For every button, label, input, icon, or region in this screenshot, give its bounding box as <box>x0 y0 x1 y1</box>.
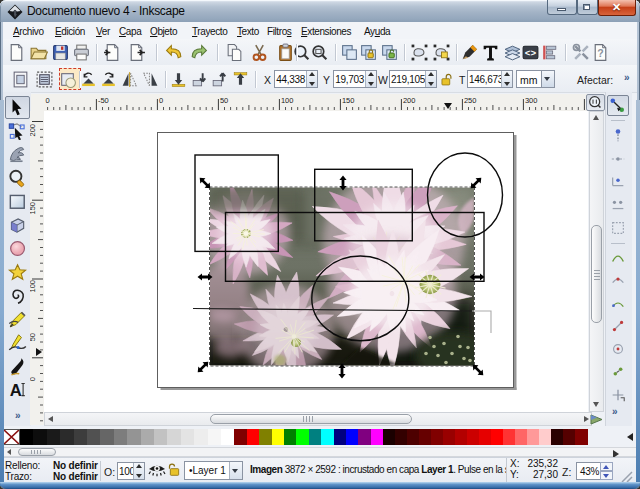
svg-text:0: 0 <box>46 96 50 105</box>
svg-text:200: 200 <box>403 96 416 105</box>
svg-text:50: 50 <box>220 96 228 105</box>
svg-text:0: 0 <box>30 377 37 381</box>
svg-text:0: 0 <box>159 96 163 105</box>
svg-text:150: 150 <box>342 96 355 105</box>
svg-text:?: ? <box>597 47 603 59</box>
svg-text:50: 50 <box>30 333 37 341</box>
svg-text:<>: <> <box>525 48 537 59</box>
svg-text:A: A <box>10 381 22 399</box>
svg-text:100: 100 <box>30 280 37 293</box>
svg-text:250: 250 <box>464 96 477 105</box>
svg-text:300: 300 <box>525 96 538 105</box>
svg-text:150: 150 <box>30 202 37 215</box>
svg-text:200: 200 <box>30 124 37 137</box>
svg-text:-50: -50 <box>98 96 109 105</box>
svg-text:100: 100 <box>281 96 294 105</box>
